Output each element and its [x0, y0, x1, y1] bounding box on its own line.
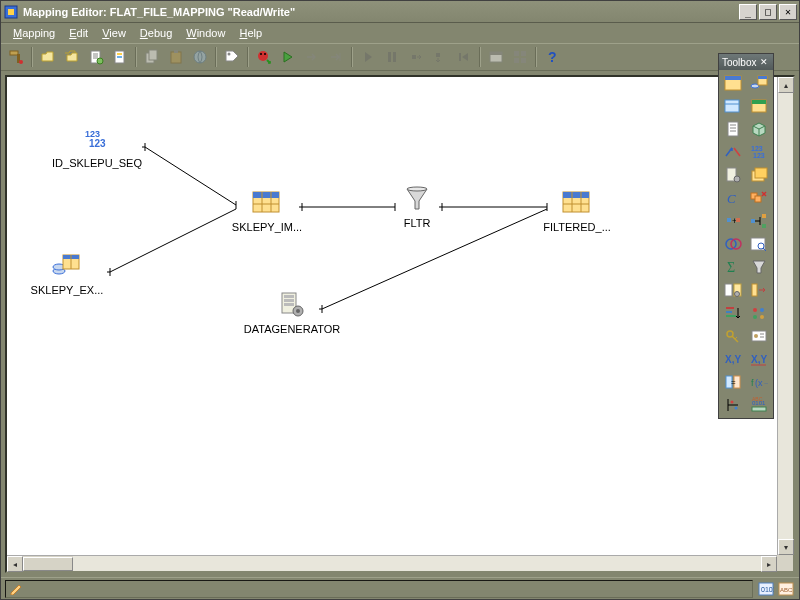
vertical-scrollbar[interactable]: ▴ ▾	[777, 77, 793, 555]
svg-rect-24	[393, 52, 396, 62]
minimize-button[interactable]: _	[739, 4, 757, 20]
debug-start-icon[interactable]	[253, 46, 275, 68]
tool-constant-icon[interactable]: C	[721, 187, 745, 209]
main-toolbar: ?	[1, 43, 799, 71]
step-over-icon[interactable]	[405, 46, 427, 68]
play-icon[interactable]	[357, 46, 379, 68]
horizontal-scrollbar[interactable]: ◂ ▸	[7, 555, 777, 571]
toolbox-close-icon[interactable]: ✕	[758, 56, 770, 68]
status-binary-icon[interactable]: 0101	[757, 581, 775, 597]
document-icon[interactable]	[85, 46, 107, 68]
node-import-table[interactable]: SKLEPY_IM...	[222, 189, 312, 233]
tool-match-merge-icon[interactable]: =	[721, 371, 745, 393]
node-datagenerator[interactable]: DATAGENERATOR	[232, 291, 352, 335]
open-icon[interactable]	[37, 46, 59, 68]
tool-joiner-icon[interactable]	[721, 233, 745, 255]
tool-datagenerator-icon[interactable]	[721, 164, 745, 186]
tool-filter-icon[interactable]	[747, 256, 771, 278]
tag-icon[interactable]	[221, 46, 243, 68]
svg-rect-122	[752, 284, 757, 296]
toolbox-header[interactable]: Toolbox ✕	[719, 54, 773, 70]
tool-external-table-icon[interactable]	[747, 72, 771, 94]
tool-dimension-icon[interactable]	[747, 164, 771, 186]
svg-text:C: C	[727, 191, 736, 206]
scroll-down-icon[interactable]: ▾	[778, 539, 794, 555]
node-external-table[interactable]: SKLEPY_EX...	[22, 252, 112, 296]
svg-rect-86	[725, 100, 739, 112]
svg-rect-16	[174, 50, 178, 53]
menu-window[interactable]: Window	[180, 25, 231, 41]
run-green-icon[interactable]	[277, 46, 299, 68]
help-icon[interactable]: ?	[541, 46, 563, 68]
tool-anydata-icon[interactable]: 0101ABC	[747, 394, 771, 416]
svg-point-17	[194, 51, 206, 63]
tool-xy-alt-icon[interactable]: X,Y	[747, 348, 771, 370]
copy-icon[interactable]	[141, 46, 163, 68]
node-label: SKLEPY_IM...	[232, 221, 302, 233]
tool-table-icon[interactable]	[721, 72, 745, 94]
close-button[interactable]: ✕	[779, 4, 797, 20]
svg-rect-32	[514, 58, 519, 63]
scroll-thumb[interactable]	[23, 557, 73, 571]
properties-icon[interactable]	[109, 46, 131, 68]
mapping-canvas[interactable]: 123123 ID_SKLEPU_SEQ SKLEPY	[7, 77, 777, 555]
status-abc-icon[interactable]: ABC	[777, 581, 795, 597]
arrow-alt-icon[interactable]	[325, 46, 347, 68]
menu-edit[interactable]: Edit	[63, 25, 94, 41]
menu-debug[interactable]: Debug	[134, 25, 178, 41]
pause-icon[interactable]	[381, 46, 403, 68]
tool-materialized-view-icon[interactable]	[747, 95, 771, 117]
menu-mapping[interactable]: Mapping	[7, 25, 61, 41]
arrow-icon[interactable]	[301, 46, 323, 68]
menu-help[interactable]: Help	[233, 25, 268, 41]
step-into-icon[interactable]	[429, 46, 451, 68]
tool-flatfile-icon[interactable]	[721, 118, 745, 140]
tool-aggregator-icon[interactable]: Σ	[721, 256, 745, 278]
node-label: DATAGENERATOR	[244, 323, 340, 335]
tool-mapping-icon[interactable]	[721, 141, 745, 163]
svg-point-147	[731, 401, 734, 404]
menu-view[interactable]: View	[96, 25, 132, 41]
svg-text:ABC: ABC	[780, 587, 793, 593]
svg-point-127	[760, 308, 764, 312]
svg-point-128	[753, 315, 757, 319]
open-multi-icon[interactable]	[61, 46, 83, 68]
paste-icon[interactable]	[165, 46, 187, 68]
node-filtered-table[interactable]: FILTERED_...	[532, 189, 622, 233]
app-icon	[3, 4, 19, 20]
grid-icon[interactable]	[509, 46, 531, 68]
node-filter[interactable]: FLTR	[372, 185, 462, 229]
tool-view-icon[interactable]	[721, 95, 745, 117]
node-sequence[interactable]: 123123 ID_SKLEPU_SEQ	[52, 125, 142, 169]
svg-rect-85	[758, 76, 767, 79]
scroll-up-icon[interactable]: ▴	[778, 77, 794, 93]
tool-set-icon[interactable]	[747, 302, 771, 324]
tool-cube-icon[interactable]	[747, 118, 771, 140]
tool-transformation-icon[interactable]	[721, 279, 745, 301]
window-icon[interactable]	[485, 46, 507, 68]
skip-back-icon[interactable]	[453, 46, 475, 68]
tool-splitter-icon[interactable]	[747, 210, 771, 232]
svg-point-76	[296, 309, 300, 313]
svg-rect-112	[762, 224, 766, 228]
tool-sorter-icon[interactable]	[721, 302, 745, 324]
tool-lookup-icon[interactable]	[747, 233, 771, 255]
tool-deduplicator-icon[interactable]	[747, 187, 771, 209]
svg-text:?: ?	[548, 49, 557, 65]
tool-expression-icon[interactable]: +	[721, 210, 745, 232]
tool-xy-icon[interactable]: X,Y	[721, 348, 745, 370]
scroll-left-icon[interactable]: ◂	[7, 556, 23, 572]
maximize-button[interactable]: □	[759, 4, 777, 20]
tool-sequence-icon[interactable]: 123123	[747, 141, 771, 163]
toolbox-panel[interactable]: Toolbox ✕ 123123 C + Σ X,Y X,Y = f(x→y) …	[718, 53, 774, 419]
tool-name-address-icon[interactable]	[747, 325, 771, 347]
tool-unpivot-icon[interactable]	[721, 394, 745, 416]
tool-pivot-icon[interactable]	[747, 279, 771, 301]
hammer-icon[interactable]	[5, 46, 27, 68]
tool-key-lookup-icon[interactable]	[721, 325, 745, 347]
svg-text:X,Y: X,Y	[725, 354, 741, 365]
globe-icon[interactable]	[189, 46, 211, 68]
tool-fx-icon[interactable]: f(x→y)	[747, 371, 771, 393]
scroll-right-icon[interactable]: ▸	[761, 556, 777, 572]
svg-rect-14	[149, 50, 157, 60]
